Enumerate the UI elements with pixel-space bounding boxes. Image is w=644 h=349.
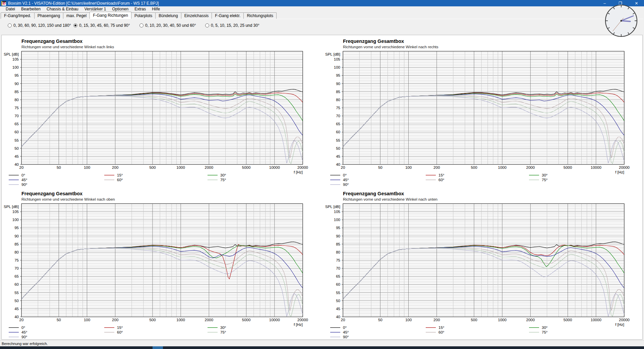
- radio-angle-set-4[interactable]: 0, 5, 10, 15, 20, 25 und 30°: [205, 23, 259, 28]
- svg-text:50: 50: [14, 299, 19, 303]
- menu-item-optionen[interactable]: Optionen: [109, 7, 131, 11]
- svg-text:f [Hz]: f [Hz]: [294, 323, 303, 327]
- tab-f-gang-elektr-[interactable]: F-Gang elektr.: [212, 12, 244, 19]
- svg-text:20: 20: [19, 318, 24, 322]
- svg-text:30°: 30°: [542, 326, 547, 330]
- title-bar[interactable]: Boxsim V2.1 - VISATON-Edition [C:\Users\…: [0, 0, 644, 6]
- svg-text:45: 45: [336, 154, 340, 158]
- svg-text:30°: 30°: [220, 326, 226, 330]
- svg-text:30°: 30°: [220, 173, 226, 177]
- svg-text:15°: 15°: [117, 173, 123, 177]
- radio-unselected-icon[interactable]: [205, 23, 209, 27]
- radio-unselected-icon[interactable]: [139, 23, 143, 27]
- svg-text:5000: 5000: [242, 165, 251, 169]
- svg-text:f [Hz]: f [Hz]: [615, 170, 624, 174]
- tab-bar: F-Gang/Imped.Phasengangmax. PegelF-Gang …: [1, 12, 643, 19]
- svg-text:500: 500: [149, 165, 156, 169]
- tab-richtungsplots[interactable]: Richtungsplots: [243, 12, 277, 19]
- taskbar-edge[interactable]: [0, 346, 644, 349]
- svg-text:105: 105: [12, 57, 19, 61]
- tab-phasengang[interactable]: Phasengang: [34, 12, 63, 19]
- tab-einzelchassis[interactable]: Einzelchassis: [181, 12, 212, 19]
- tab-max-pegel[interactable]: max. Pegel: [63, 12, 90, 19]
- tab-f-gang-richtungen[interactable]: F-Gang Richtungen: [90, 12, 131, 19]
- svg-text:0°: 0°: [343, 326, 347, 330]
- svg-text:200: 200: [433, 318, 440, 322]
- svg-text:85: 85: [14, 242, 19, 246]
- svg-text:90°: 90°: [21, 183, 27, 187]
- radio-selected-icon[interactable]: [73, 23, 77, 27]
- window-title: Boxsim V2.1 - VISATON-Edition [C:\Users\…: [8, 1, 159, 6]
- svg-text:80: 80: [336, 98, 340, 102]
- svg-text:Frequenzgang Gesamtbox: Frequenzgang Gesamtbox: [21, 39, 82, 44]
- svg-text:100: 100: [84, 318, 90, 322]
- radio-angle-set-3[interactable]: 0, 10, 20, 30, 40, 50 und 60°: [139, 23, 196, 28]
- svg-text:60°: 60°: [438, 178, 444, 182]
- radio-unselected-icon[interactable]: [8, 23, 12, 27]
- curves: [21, 89, 303, 164]
- svg-text:60: 60: [14, 282, 19, 286]
- svg-text:0°: 0°: [21, 173, 25, 177]
- menu-item-hilfe[interactable]: Hilfe: [149, 7, 163, 11]
- svg-text:SPL [dB]: SPL [dB]: [325, 52, 340, 56]
- svg-text:100: 100: [405, 165, 412, 169]
- svg-text:Richtungen vorne und verschied: Richtungen vorne und verschiedene Winkel…: [343, 45, 438, 49]
- svg-text:f [Hz]: f [Hz]: [615, 323, 624, 327]
- svg-text:15°: 15°: [438, 173, 444, 177]
- svg-text:105: 105: [12, 210, 19, 214]
- svg-text:85: 85: [336, 90, 340, 94]
- svg-text:200: 200: [112, 165, 118, 169]
- svg-text:80: 80: [336, 250, 340, 254]
- svg-text:60°: 60°: [117, 330, 123, 334]
- svg-text:Richtungen vorne und verschied: Richtungen vorne und verschiedene Winkel…: [21, 45, 114, 49]
- svg-text:75°: 75°: [220, 330, 226, 334]
- svg-text:105: 105: [334, 210, 340, 214]
- svg-text:500: 500: [149, 318, 156, 322]
- svg-text:55: 55: [336, 138, 340, 142]
- svg-text:90°: 90°: [21, 335, 27, 339]
- svg-text:2000: 2000: [526, 165, 535, 169]
- svg-text:75: 75: [14, 258, 19, 262]
- radio-angle-set-2[interactable]: 0, 15, 30, 45, 60, 75 und 90°: [73, 23, 130, 28]
- menu-item-extras[interactable]: Extras: [131, 7, 149, 11]
- svg-text:Frequenzgang Gesamtbox: Frequenzgang Gesamtbox: [343, 39, 404, 44]
- svg-text:70: 70: [14, 266, 19, 270]
- svg-text:20000: 20000: [297, 165, 308, 169]
- tab-f-gang-imped-[interactable]: F-Gang/Imped.: [1, 12, 35, 19]
- radio-angle-set-1[interactable]: 0, 30, 60, 90, 120, 150 und 180°: [8, 23, 71, 28]
- menu-item-datei[interactable]: Datei: [3, 7, 18, 11]
- svg-text:75°: 75°: [542, 178, 547, 182]
- chart-area: 1051009590858075706560555045402050100200…: [1, 35, 643, 340]
- radio-label: 0, 5, 10, 15, 20, 25 und 30°: [211, 23, 259, 28]
- tab-polarplots[interactable]: Polarplots: [131, 12, 156, 19]
- taskbar-active-segment[interactable]: [153, 346, 163, 349]
- svg-text:90: 90: [14, 234, 19, 238]
- svg-text:50: 50: [336, 146, 340, 150]
- status-bar: Berechnung war erfolgreich.: [0, 340, 644, 346]
- svg-text:20000: 20000: [297, 318, 308, 322]
- svg-text:5000: 5000: [564, 165, 572, 169]
- svg-text:Frequenzgang Gesamtbox: Frequenzgang Gesamtbox: [21, 191, 82, 196]
- svg-text:200: 200: [112, 318, 118, 322]
- svg-text:65: 65: [336, 122, 340, 126]
- svg-text:500: 500: [471, 318, 477, 322]
- svg-text:SPL [dB]: SPL [dB]: [4, 205, 19, 209]
- svg-text:60: 60: [336, 130, 340, 134]
- svg-text:100: 100: [334, 218, 340, 222]
- svg-text:1000: 1000: [498, 318, 507, 322]
- menu-item-bearbeiten[interactable]: Bearbeiten: [18, 7, 44, 11]
- menu-item-verst-rker-1[interactable]: Verstärker 1: [81, 7, 109, 11]
- radio-label: 0, 10, 20, 30, 40, 50 und 60°: [145, 23, 196, 28]
- svg-text:80: 80: [14, 98, 19, 102]
- svg-text:5000: 5000: [242, 318, 251, 322]
- curves: [343, 89, 624, 164]
- tab-b-ndelung[interactable]: Bündelung: [155, 12, 181, 19]
- svg-text:10000: 10000: [591, 318, 601, 322]
- svg-text:95: 95: [336, 73, 340, 77]
- svg-text:15°: 15°: [117, 326, 123, 330]
- menu-bar: DateiBearbeitenChassis & EinbauVerstärke…: [0, 6, 644, 12]
- menu-item-chassis-einbau[interactable]: Chassis & Einbau: [44, 7, 81, 11]
- svg-text:30°: 30°: [542, 173, 547, 177]
- svg-text:100: 100: [12, 218, 19, 222]
- svg-text:90: 90: [336, 82, 340, 86]
